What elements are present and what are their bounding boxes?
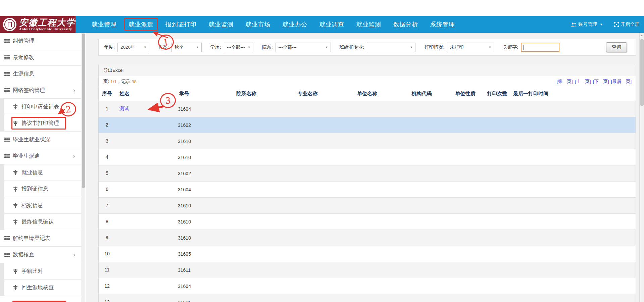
table-row[interactable]: 331610 [99, 133, 636, 149]
cell-empty [483, 246, 511, 262]
page-scrollbar[interactable]: ▲ [639, 33, 644, 302]
page: 安徽工程大学 Anhui Polytechnic University 就业管理… [0, 0, 644, 302]
sidebar-scrollbar[interactable] [81, 33, 85, 302]
cell-empty [277, 101, 339, 117]
cell-empty [396, 101, 448, 117]
sidebar-item[interactable]: 最终信息确认 [0, 214, 81, 230]
sidebar-item[interactable]: 数据核查› [0, 247, 81, 263]
account-menu-label: 账号管理 [578, 21, 597, 28]
student-id-value: 31611 [178, 300, 191, 302]
pagination-link[interactable]: [上一页] [575, 79, 591, 85]
table-row[interactable]: 1331611 [99, 294, 636, 302]
export-excel-button[interactable]: 导出Excel [103, 67, 123, 73]
sidebar-item[interactable]: 回生源地核查 [0, 280, 81, 296]
table-row[interactable]: 731610 [99, 197, 636, 213]
nav-item[interactable]: 报到证打印 [159, 16, 203, 33]
table-body: 1测试3160423160233161043161053160263160473… [99, 101, 636, 302]
nav-item[interactable]: 就业管理 [86, 16, 122, 33]
table-row[interactable]: 631604 [99, 181, 636, 197]
university-seal-icon [3, 18, 16, 31]
record-label: 记录: [121, 79, 132, 85]
sidebar-item[interactable]: 解约申请登记表 [0, 230, 81, 247]
sidebar-scrollbar-thumb[interactable] [82, 34, 85, 188]
table-row[interactable]: 531602 [99, 165, 636, 181]
menu-list-icon [4, 71, 10, 76]
scroll-up-arrow-icon[interactable]: ▲ [640, 34, 644, 37]
cell-empty [483, 197, 511, 213]
cell-empty [396, 133, 448, 149]
table-row[interactable]: 1231604 [99, 278, 636, 294]
cell-empty [396, 278, 448, 294]
cell-empty [339, 101, 396, 117]
filter-select[interactable]: 秋季▼ [171, 43, 202, 52]
student-name-link[interactable]: 测试 [119, 106, 129, 111]
cell-empty [216, 213, 277, 230]
sidebar-item-label: 最终信息确认 [21, 218, 54, 225]
sidebar-item-label: 生源信息 [13, 70, 34, 78]
sidebar-item[interactable]: 毕业生派遣› [0, 148, 81, 164]
cell-student-id: 31604 [152, 181, 216, 197]
sidebar-item[interactable]: 报到证信息 [0, 181, 81, 197]
sidebar-item[interactable]: 就业信息 [0, 164, 81, 181]
pagination-link[interactable]: [第一页] [556, 79, 573, 85]
filter-select[interactable]: ---全部---▼ [276, 43, 331, 52]
cell-empty [511, 149, 550, 165]
sidebar-item[interactable]: 毕业生就业状况 [0, 132, 81, 148]
table-row[interactable]: 931610 [99, 230, 636, 246]
text-cursor [524, 45, 524, 50]
page-value: 1/1 [110, 79, 117, 84]
nav-item[interactable]: 就业市场 [240, 16, 277, 33]
sidebar-item-label: 数据核查 [13, 251, 34, 258]
pagination-link[interactable]: [最后一页] [611, 79, 632, 85]
cell-empty [483, 294, 511, 302]
nav-item[interactable]: 数据分析 [387, 16, 424, 33]
menu-list-icon [4, 236, 10, 241]
search-button[interactable]: 查询 [606, 42, 627, 52]
cell-empty [550, 278, 636, 294]
keyword-input[interactable] [521, 43, 559, 52]
sidebar-item[interactable]: 生源信息 [0, 66, 81, 82]
table-row[interactable]: 1131611 [99, 262, 636, 278]
sidebar-item[interactable]: 档案信息 [0, 197, 81, 214]
table-row[interactable]: 1测试31604 [99, 101, 636, 117]
sidebar-item[interactable]: 学籍比对 [0, 263, 81, 280]
pagination-link[interactable]: [下一页] [593, 79, 609, 85]
nav-item[interactable]: 就业调查 [313, 16, 350, 33]
filter-select[interactable]: ▼ [367, 43, 415, 52]
menu-list-icon [4, 252, 10, 257]
cell-empty [396, 294, 448, 302]
chevron-right-icon: › [73, 153, 75, 159]
users-icon [571, 22, 577, 27]
nav-item[interactable]: 就业监测 [350, 16, 387, 33]
filter-select[interactable]: 未打印▼ [447, 43, 494, 52]
sidebar-item[interactable]: 纠错管理 [0, 33, 81, 49]
nav-item[interactable]: 就业办公 [277, 16, 313, 33]
sidebar-item[interactable]: 协议书打印管理 [0, 115, 81, 132]
nav-item[interactable]: 就业监测 [203, 16, 240, 33]
cell-empty [339, 262, 396, 278]
sidebar-item[interactable]: 最近修改 [0, 49, 81, 66]
nav-item[interactable]: 就业派遣 [122, 16, 159, 33]
table-row[interactable]: 231602 [99, 117, 636, 133]
cell-empty [448, 197, 483, 213]
table-row[interactable]: 431610 [99, 149, 636, 165]
account-menu[interactable]: 账号管理 ▼ [571, 21, 603, 28]
sidebar-item[interactable]: 网络签约管理› [0, 82, 81, 99]
sidebar-item-label: 最近修改 [13, 54, 34, 61]
filter-select[interactable]: 2020年▼ [117, 43, 149, 52]
cell-name [115, 230, 152, 246]
cell-empty [483, 213, 511, 230]
nav-item[interactable]: 系统管理 [424, 16, 461, 33]
filter-select[interactable]: ---全部---▼ [224, 43, 253, 52]
table-row[interactable]: 831610 [99, 213, 636, 230]
sidebar-item[interactable]: 打印申请登记表 [0, 99, 81, 115]
submenu-signpost-icon [13, 203, 18, 208]
filter-label: 方案: [158, 44, 169, 50]
fullscreen-button[interactable]: 开启全屏 [614, 21, 639, 28]
column-header: 单位性质 [448, 87, 483, 101]
cell-empty [550, 117, 636, 133]
table-row[interactable]: 1031605 [99, 246, 636, 262]
cell-empty [396, 181, 448, 197]
page-scrollbar-thumb[interactable] [640, 39, 644, 106]
filter-label: 班级和专业: [340, 44, 364, 50]
